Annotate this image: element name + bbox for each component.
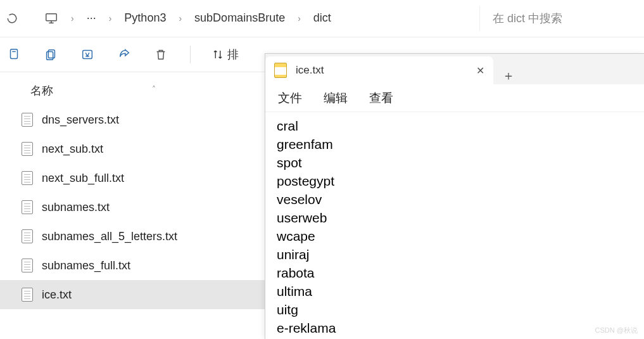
text-line: e-reklama (277, 319, 633, 338)
notepad-text-area[interactable]: cralgreenfamspotpostegyptveselovuserwebw… (265, 112, 644, 339)
text-file-icon (22, 259, 33, 272)
notepad-tab-title: ice.txt (296, 64, 324, 77)
menu-file[interactable]: 文件 (278, 90, 302, 106)
cut-icon[interactable] (6, 47, 22, 62)
menu-edit[interactable]: 编辑 (324, 90, 348, 106)
breadcrumb-item[interactable]: dict (313, 11, 331, 25)
text-line: greenfam (277, 136, 633, 154)
file-name: subnames.txt (42, 201, 110, 214)
share-icon[interactable] (117, 47, 132, 62)
notepad-tabstrip: ice.txt ✕ ＋ (265, 54, 644, 84)
rename-icon[interactable] (80, 47, 95, 62)
sort-label-text: 排 (227, 47, 239, 62)
delete-icon[interactable] (153, 47, 168, 62)
close-icon[interactable]: ✕ (476, 65, 484, 77)
file-name: subnames_all_5_letters.txt (42, 230, 177, 243)
chevron-right-icon: › (71, 13, 74, 23)
new-tab-button[interactable]: ＋ (493, 67, 524, 84)
notepad-icon (274, 63, 287, 78)
file-name: next_sub_full.txt (42, 172, 124, 185)
text-file-icon (22, 142, 33, 156)
svg-rect-3 (47, 51, 53, 60)
text-line: veselov (277, 191, 633, 209)
file-name: next_sub.txt (42, 143, 103, 156)
file-name: dns_servers.txt (42, 113, 119, 127)
text-file-icon (22, 113, 33, 127)
svg-rect-4 (83, 51, 92, 59)
text-file-icon (22, 200, 33, 214)
sort-caret-icon: ˄ (152, 85, 156, 94)
text-file-icon (22, 288, 33, 302)
menu-view[interactable]: 查看 (369, 90, 393, 106)
notepad-menubar: 文件 编辑 查看 (265, 84, 644, 112)
text-file-icon (22, 229, 33, 243)
watermark: CSDN @秋说 (595, 326, 638, 335)
svg-rect-1 (11, 49, 18, 59)
sort-button[interactable]: 排 (212, 47, 239, 62)
chevron-right-icon: › (109, 13, 112, 23)
text-line: cral (277, 117, 633, 136)
text-line: wcape (277, 227, 633, 246)
chevron-right-icon: › (179, 13, 182, 23)
text-line: uitg (277, 301, 633, 319)
text-file-icon (22, 171, 33, 185)
svg-rect-2 (48, 50, 54, 58)
svg-rect-0 (46, 13, 57, 20)
refresh-icon[interactable] (6, 13, 19, 24)
breadcrumb-item[interactable]: subDomainsBrute (194, 11, 285, 25)
ellipsis-icon[interactable]: ··· (87, 11, 96, 25)
file-name: subnames_full.txt (42, 259, 130, 272)
text-line: spot (277, 154, 633, 172)
separator (190, 46, 191, 63)
copy-icon[interactable] (43, 47, 58, 62)
notepad-tab[interactable]: ice.txt ✕ (265, 56, 493, 84)
chevron-right-icon: › (298, 13, 301, 23)
text-line: rabota (277, 264, 633, 283)
text-line: uniraj (277, 246, 633, 264)
file-name: ice.txt (42, 288, 72, 302)
text-line: userweb (277, 209, 633, 227)
search-input[interactable]: 在 dict 中搜索 (479, 6, 638, 31)
breadcrumb-item[interactable]: Python3 (124, 11, 166, 25)
notepad-window: ice.txt ✕ ＋ 文件 编辑 查看 cralgreenfamspotpos… (265, 53, 644, 339)
address-bar: › ··· › Python3 › subDomainsBrute › dict… (0, 0, 644, 37)
breadcrumb: › ··· › Python3 › subDomainsBrute › dict (19, 11, 479, 25)
monitor-icon[interactable] (44, 11, 58, 25)
text-line: ultima (277, 283, 633, 301)
column-name-label: 名称 (30, 83, 53, 98)
text-line: postegypt (277, 172, 633, 191)
